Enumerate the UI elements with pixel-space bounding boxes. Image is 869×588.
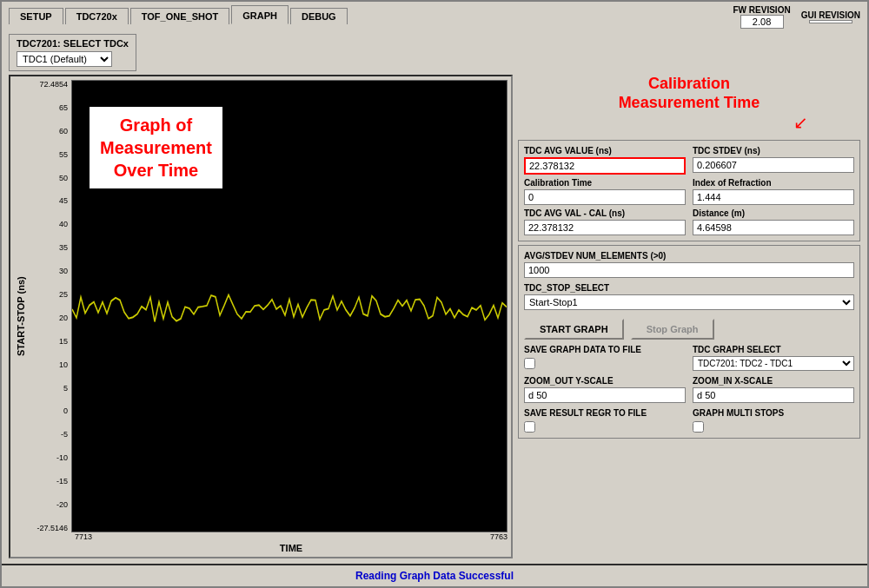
data-fields-panel: TDC AVG VALUE (ns) TDC STDEV (ns) Calibr… <box>518 140 860 241</box>
tdc-select-label: TDC7201: SELECT TDCx <box>17 38 129 49</box>
x-tick-end: 7763 <box>490 532 507 541</box>
y-tick: -5 <box>28 430 68 439</box>
status-bar: Reading Graph Data Successful <box>2 564 867 586</box>
tdc-select-row: TDC7201: SELECT TDCx TDC1 (Default) TDC2 <box>9 34 860 71</box>
index-refraction-input[interactable] <box>693 189 854 205</box>
stop-graph-button[interactable]: Stop Graph <box>631 319 714 340</box>
main-row: START-STOP (ns) 72.485465605550454035302… <box>9 75 860 558</box>
avg-stdev-label: AVG/STDEV NUM_ELEMENTS (>0) <box>524 251 854 261</box>
zoom-out-label: ZOOM_OUT Y-SCALE <box>524 376 686 386</box>
distance-input[interactable] <box>693 220 854 235</box>
num-elements-row: AVG/STDEV NUM_ELEMENTS (>0) <box>524 251 854 278</box>
multi-stops-group: GRAPH MULTI STOPS <box>693 408 854 433</box>
start-graph-button[interactable]: START GRAPH <box>524 319 624 340</box>
tdc-stdev-input[interactable] <box>693 157 854 173</box>
y-tick: 25 <box>28 290 68 299</box>
multi-stops-label: GRAPH MULTI STOPS <box>693 408 854 418</box>
gui-revision-label: GUI REVISION <box>801 10 860 20</box>
y-tick: -27.5146 <box>28 524 68 532</box>
zoom-row: ZOOM_OUT Y-SCALE ZOOM_IN X-SCALE <box>524 376 854 403</box>
calibration-time-input[interactable] <box>524 189 686 205</box>
save-result-checkbox[interactable] <box>524 421 535 433</box>
tdc-dropdown: TDC1 (Default) TDC2 <box>17 51 129 67</box>
gui-revision-value <box>809 20 852 23</box>
content-area: TDC7201: SELECT TDCx TDC1 (Default) TDC2… <box>2 29 867 564</box>
x-tick-row: 7713 7763 <box>75 532 507 541</box>
tdc-avg-cal-group: TDC AVG VAL - CAL (ns) <box>524 208 686 235</box>
tdc-avg-value-input[interactable] <box>524 157 686 175</box>
save-data-row: SAVE GRAPH DATA TO FILE TDC GRAPH SELECT… <box>524 345 854 371</box>
tdc-graph-select-group: TDC GRAPH SELECT TDC7201: TDC2 - TDC1 TD… <box>693 345 854 371</box>
tab-setup[interactable]: SETUP <box>9 8 63 24</box>
calibration-title: CalibrationMeasurement Time <box>518 75 860 112</box>
tdc-avg-cal-input[interactable] <box>524 220 686 235</box>
x-tick-start: 7713 <box>75 532 92 541</box>
tdc-stdev-group: TDC STDEV (ns) <box>693 146 854 175</box>
save-data-label: SAVE GRAPH DATA TO FILE <box>524 345 686 354</box>
revision-area: FW REVISION 2.08 GUI REVISION <box>733 5 860 29</box>
y-tick: 60 <box>28 127 68 135</box>
save-group: SAVE GRAPH DATA TO FILE <box>524 345 686 369</box>
x-label: TIME <box>75 543 507 553</box>
tabs: SETUP TDC720x TOF_ONE_SHOT GRAPH DEBUG <box>9 5 348 24</box>
tdc-graph-select-label: TDC GRAPH SELECT <box>693 345 854 354</box>
top-bar: SETUP TDC720x TOF_ONE_SHOT GRAPH DEBUG F… <box>2 2 867 29</box>
index-refraction-label: Index of Refraction <box>693 178 854 188</box>
y-tick: 72.4854 <box>28 80 68 89</box>
avg-stdev-input[interactable] <box>524 262 854 278</box>
tdc-select-dropdown[interactable]: TDC1 (Default) TDC2 <box>17 51 112 67</box>
y-tick: -10 <box>28 453 68 462</box>
zoom-out-group: ZOOM_OUT Y-SCALE <box>524 376 686 403</box>
controls-panel: AVG/STDEV NUM_ELEMENTS (>0) TDC_STOP_SEL… <box>518 245 860 439</box>
calibration-time-group: Calibration Time <box>524 178 686 205</box>
y-tick: 15 <box>28 337 68 346</box>
graph-inner: 72.485465605550454035302520151050-5-10-1… <box>28 80 507 553</box>
graph-container: START-STOP (ns) 72.485465605550454035302… <box>14 80 507 553</box>
y-tick: 45 <box>28 196 68 205</box>
y-ticks: 72.485465605550454035302520151050-5-10-1… <box>28 80 71 532</box>
tdc-stop-dropdown-row: Start-Stop1 Start-Stop2 <box>524 294 854 310</box>
multi-stops-checkbox[interactable] <box>693 421 704 433</box>
fields-row-2: Calibration Time Index of Refraction <box>524 178 854 205</box>
y-axis-label: START-STOP (ns) <box>14 80 28 553</box>
main-window: SETUP TDC720x TOF_ONE_SHOT GRAPH DEBUG F… <box>0 0 869 588</box>
zoom-out-input[interactable] <box>524 387 686 403</box>
fw-revision-group: FW REVISION 2.08 <box>733 5 791 29</box>
graph-y-ticks: 72.485465605550454035302520151050-5-10-1… <box>28 80 507 532</box>
tab-tdc720x[interactable]: TDC720x <box>65 8 129 24</box>
calibration-arrow: ↙ <box>518 112 860 133</box>
save-data-checkbox-row <box>524 358 686 369</box>
graph-panel: START-STOP (ns) 72.485465605550454035302… <box>9 75 513 558</box>
y-tick: 10 <box>28 360 68 369</box>
zoom-in-input[interactable] <box>693 387 854 403</box>
tab-graph[interactable]: GRAPH <box>231 5 289 24</box>
index-refraction-group: Index of Refraction <box>693 178 854 205</box>
save-data-checkbox[interactable] <box>524 358 535 369</box>
y-tick: 5 <box>28 384 68 393</box>
tdc-avg-value-label: TDC AVG VALUE (ns) <box>524 146 686 155</box>
distance-label: Distance (m) <box>693 208 854 218</box>
tab-tof-one-shot[interactable]: TOF_ONE_SHOT <box>130 8 229 24</box>
save-result-group: SAVE RESULT REGR TO FILE <box>524 408 686 433</box>
distance-group: Distance (m) <box>693 208 854 235</box>
x-axis-area: 7713 7763 TIME <box>75 532 507 553</box>
status-text: Reading Graph Data Successful <box>355 570 514 582</box>
right-panel: CalibrationMeasurement Time ↙ TDC AVG VA… <box>518 75 860 558</box>
gui-revision-group: GUI REVISION <box>801 10 860 23</box>
buttons-row: START GRAPH Stop Graph <box>524 319 854 340</box>
graph-canvas-area: Graph ofMeasurementOver Time <box>71 80 507 532</box>
y-tick: 30 <box>28 267 68 275</box>
calibration-time-label: Calibration Time <box>524 178 686 188</box>
tdc-graph-dropdown-row: TDC7201: TDC2 - TDC1 TDC7201: TDC1 TDC72… <box>693 356 854 371</box>
y-tick: 50 <box>28 174 68 182</box>
tdc-select-box: TDC7201: SELECT TDCx TDC1 (Default) TDC2 <box>9 34 136 71</box>
y-tick: 20 <box>28 314 68 322</box>
fields-row-3: TDC AVG VAL - CAL (ns) Distance (m) <box>524 208 854 235</box>
multi-stops-checkbox-row <box>693 421 854 433</box>
tdc-stop-select[interactable]: Start-Stop1 Start-Stop2 <box>524 294 854 310</box>
tdc-graph-select[interactable]: TDC7201: TDC2 - TDC1 TDC7201: TDC1 TDC72… <box>693 356 854 371</box>
zoom-in-group: ZOOM_IN X-SCALE <box>693 376 854 403</box>
fw-revision-value: 2.08 <box>740 15 784 29</box>
save-result-label: SAVE RESULT REGR TO FILE <box>524 408 686 418</box>
tab-debug[interactable]: DEBUG <box>290 8 348 24</box>
